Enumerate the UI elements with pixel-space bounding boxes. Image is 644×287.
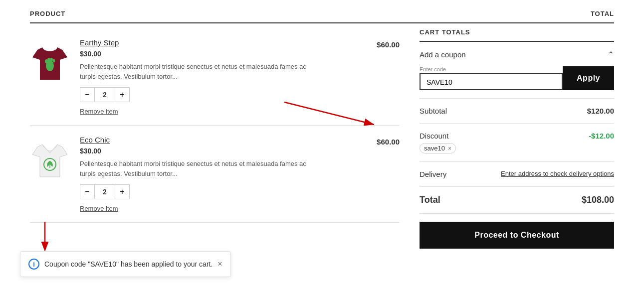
subtotal-label: Subtotal [420,107,447,115]
delivery-label: Delivery [420,170,446,178]
product-description-earthy-step: Pellentesque habitant morbi tristique se… [80,62,309,81]
total-column-header: TOTAL [564,10,614,17]
product-name-earthy-step[interactable]: Earthy Step [80,38,119,47]
coupon-badge: save10 × [420,143,456,153]
subtotal-value: $120.00 [587,107,614,115]
discount-label-group: Discount save10 × [420,132,456,153]
coupon-code-input[interactable] [420,73,563,90]
tshirt-svg-earthy-step [32,40,67,82]
coupon-badge-remove[interactable]: × [448,145,451,152]
coupon-badge-text: save10 [424,144,445,152]
cart-items-list: Earthy Step $30.00 Pellentesque habitant… [30,28,400,249]
cart-totals-title: CART TOTALS [420,28,614,42]
svg-point-4 [53,59,55,62]
product-details-eco-chic: Eco Chic $30.00 Pellentesque habitant mo… [80,136,350,212]
discount-row: Discount save10 × -$12.00 [420,124,614,162]
coupon-input-row: Enter code Apply [420,66,614,90]
delivery-link[interactable]: Enter address to check delivery options [501,170,614,177]
product-total-earthy-step: $60.00 [350,38,400,49]
qty-plus-eco-chic[interactable]: + [115,184,130,199]
coupon-header-label: Add a coupon [420,50,466,59]
qty-value-earthy-step: 2 [95,87,115,102]
chevron-up-icon: ⌃ [608,50,614,59]
product-price-eco-chic: $30.00 [80,147,350,155]
discount-label: Discount [420,132,448,140]
quantity-control-earthy-step: − 2 + [80,87,350,102]
qty-value-eco-chic: 2 [95,184,115,199]
tshirt-svg-eco-chic [32,137,67,179]
total-label: Total [420,195,440,205]
remove-item-eco-chic[interactable]: Remove item [80,205,118,212]
total-value: $108.00 [582,195,614,205]
cart-item-eco-chic: Eco Chic $30.00 Pellentesque habitant mo… [30,126,400,223]
coupon-toggle[interactable]: Add a coupon ⌃ [420,50,614,59]
coupon-input-wrapper: Enter code [420,66,563,90]
quantity-control-eco-chic: − 2 + [80,184,350,199]
product-column-header: PRODUCT [30,10,564,17]
coupon-section: Add a coupon ⌃ Enter code Apply [420,42,614,99]
apply-coupon-button[interactable]: Apply [563,66,614,90]
product-name-eco-chic[interactable]: Eco Chic [80,136,110,144]
product-price-earthy-step: $30.00 [80,50,350,58]
svg-point-3 [50,58,53,62]
product-image-eco-chic [30,136,70,180]
product-image-earthy-step [30,38,70,83]
coupon-input-label: Enter code [420,66,563,72]
qty-minus-earthy-step[interactable]: − [80,87,95,102]
product-total-eco-chic: $60.00 [350,136,400,146]
delivery-row: Delivery Enter address to check delivery… [420,162,614,187]
cart-totals-panel: CART TOTALS Add a coupon ⌃ Enter code Ap… [420,28,614,249]
discount-value: -$12.00 [589,132,614,140]
total-row: Total $108.00 [420,187,614,214]
cart-item-earthy-step: Earthy Step $30.00 Pellentesque habitant… [30,28,400,126]
toast-notification: i Coupon code "SAVE10" has been applied … [20,251,231,259]
qty-plus-earthy-step[interactable]: + [115,87,130,102]
checkout-button[interactable]: Proceed to Checkout [420,222,614,249]
product-details-earthy-step: Earthy Step $30.00 Pellentesque habitant… [80,38,350,115]
subtotal-row: Subtotal $120.00 [420,99,614,124]
product-description-eco-chic: Pellentesque habitant morbi tristique se… [80,159,309,178]
qty-minus-eco-chic[interactable]: − [80,184,95,199]
remove-item-earthy-step[interactable]: Remove item [80,108,118,115]
